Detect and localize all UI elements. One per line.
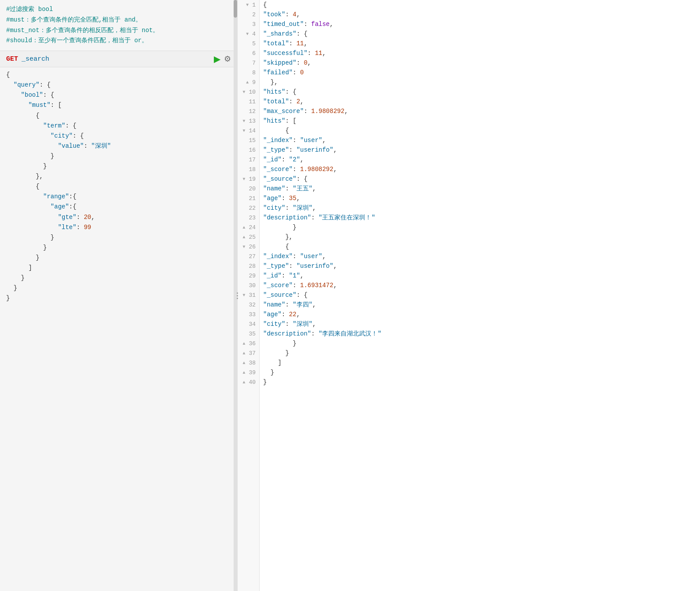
code-line: } — [6, 161, 231, 171]
code-line: "query": { — [6, 80, 231, 90]
json-line: { — [263, 242, 700, 252]
left-scroll-thumb[interactable] — [234, 0, 237, 18]
tool-button[interactable]: ⚙ — [224, 54, 231, 64]
comment-line: #should：至少有一个查询条件匹配，相当于 or。 — [6, 36, 231, 46]
json-line: } — [263, 223, 700, 232]
line-number: 21 — [238, 193, 259, 203]
fold-arrow[interactable]: ▼ — [242, 293, 247, 298]
line-number: 30 — [238, 281, 259, 290]
comment-section: #过滤搜索 bool#must：多个查询条件的完全匹配,相当于 and。#mus… — [0, 0, 237, 51]
line-number: 20 — [238, 184, 259, 193]
json-line: "age": 35, — [263, 193, 700, 203]
line-number: ▼26 — [238, 242, 259, 252]
fold-arrow[interactable]: ▼ — [242, 244, 247, 249]
json-line: "total": 2, — [263, 97, 700, 106]
json-line: "city": "深圳", — [263, 203, 700, 213]
json-line: "_score": 1.9808292, — [263, 164, 700, 174]
code-line: } — [6, 243, 231, 253]
line-number: ▲25 — [238, 232, 259, 242]
code-line: "age":{ — [6, 202, 231, 212]
line-numbers: ▼123▼45678▲9▼101112▼13▼1415161718▼192021… — [238, 0, 260, 591]
line-number: 11 — [238, 97, 259, 106]
fold-arrow[interactable]: ▲ — [242, 225, 247, 230]
fold-arrow[interactable]: ▼ — [246, 32, 250, 36]
json-line: { — [263, 0, 700, 10]
http-method: GET — [6, 55, 18, 63]
json-line: "_source": { — [263, 174, 700, 184]
code-line: "gte": 20, — [6, 212, 231, 223]
response-area: ▼123▼45678▲9▼101112▼13▼1415161718▼192021… — [238, 0, 700, 591]
json-line: "_shards": { — [263, 29, 700, 39]
fold-arrow[interactable]: ▼ — [242, 119, 247, 124]
code-line: "term": { — [6, 121, 231, 131]
fold-arrow[interactable]: ▲ — [242, 235, 247, 240]
json-line: "_index": "user", — [263, 135, 700, 145]
line-number: 27 — [238, 252, 259, 261]
json-line: }, — [263, 232, 700, 242]
line-number: ▲36 — [238, 339, 259, 348]
line-number: ▼31 — [238, 290, 259, 300]
line-number: 23 — [238, 213, 259, 223]
line-number: 35 — [238, 329, 259, 339]
code-line: } — [6, 253, 231, 263]
json-line: "hits": { — [263, 87, 700, 97]
code-line: } — [6, 283, 231, 293]
json-line: "failed": 0 — [263, 68, 700, 77]
line-number: ▼13 — [238, 116, 259, 126]
line-number: 32 — [238, 300, 259, 310]
comment-line: #must_not：多个查询条件的相反匹配，相当于 not。 — [6, 26, 231, 36]
json-line: "successful": 11, — [263, 48, 700, 58]
line-number: ▲9 — [238, 77, 259, 87]
json-line: ] — [263, 358, 700, 368]
line-number: ▼14 — [238, 126, 259, 135]
comment-line: #must：多个查询条件的完全匹配,相当于 and。 — [6, 15, 231, 26]
code-line: } — [6, 273, 231, 283]
line-number: 28 — [238, 261, 259, 271]
request-path: _search — [22, 55, 210, 63]
fold-arrow[interactable]: ▲ — [242, 370, 247, 375]
comment-line: #过滤搜索 bool — [6, 4, 231, 15]
line-number: ▲39 — [238, 368, 259, 377]
json-line: "skipped": 0, — [263, 58, 700, 68]
line-number: ▲40 — [238, 377, 259, 387]
json-line: "city": "深圳", — [263, 319, 700, 329]
fold-arrow[interactable]: ▲ — [246, 80, 250, 85]
code-line: "lte": 99 — [6, 223, 231, 233]
line-number: 7 — [238, 58, 259, 68]
fold-arrow[interactable]: ▲ — [242, 341, 247, 346]
run-button[interactable]: ▶ — [214, 54, 220, 64]
line-number: ▼10 — [238, 87, 259, 97]
left-panel: #过滤搜索 bool#must：多个查询条件的完全匹配,相当于 and。#mus… — [0, 0, 238, 591]
fold-arrow[interactable]: ▼ — [246, 3, 250, 7]
panel-resize-handle[interactable] — [235, 287, 240, 304]
fold-arrow[interactable]: ▲ — [242, 351, 247, 356]
code-line: "city": { — [6, 131, 231, 141]
json-line: "hits": [ — [263, 116, 700, 126]
fold-arrow[interactable]: ▼ — [242, 90, 247, 95]
json-line: { — [263, 126, 700, 135]
json-line: "_type": "userinfo", — [263, 261, 700, 271]
line-number: 18 — [238, 164, 259, 174]
json-line: "_score": 1.6931472, — [263, 281, 700, 290]
json-line: } — [263, 348, 700, 358]
code-line: { — [6, 182, 231, 192]
fold-arrow[interactable]: ▲ — [242, 380, 247, 385]
line-number: 34 — [238, 319, 259, 329]
line-number: 33 — [238, 310, 259, 319]
line-number: 15 — [238, 135, 259, 145]
json-line: "description": "李四来自湖北武汉！" — [263, 329, 700, 339]
fold-arrow[interactable]: ▲ — [242, 361, 247, 365]
fold-arrow[interactable]: ▼ — [242, 128, 247, 133]
json-line: "name": "王五", — [263, 184, 700, 193]
line-number: ▲38 — [238, 358, 259, 368]
line-number: 29 — [238, 271, 259, 281]
line-number: 12 — [238, 106, 259, 116]
fold-arrow[interactable]: ▼ — [242, 177, 247, 182]
json-line: }, — [263, 77, 700, 87]
line-number: ▲37 — [238, 348, 259, 358]
json-line: "_type": "userinfo", — [263, 145, 700, 155]
line-number: ▲24 — [238, 223, 259, 232]
json-line: } — [263, 377, 700, 387]
line-number: ▼1 — [238, 0, 259, 10]
json-line: "total": 11, — [263, 39, 700, 48]
